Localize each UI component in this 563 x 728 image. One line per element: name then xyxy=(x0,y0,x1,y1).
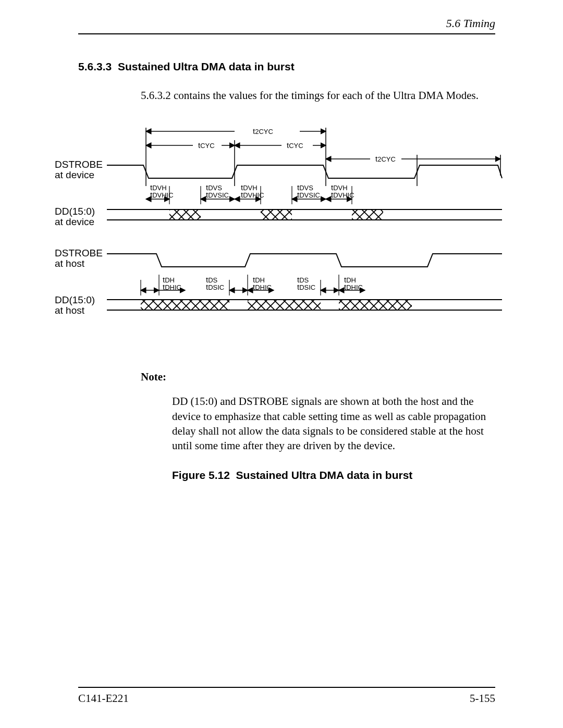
svg-text:tDSIC: tDSIC xyxy=(206,282,224,291)
dstrobe-host-label: DSTROBE at host xyxy=(55,248,105,269)
svg-rect-68 xyxy=(339,300,412,310)
footer-right: 5-155 xyxy=(470,692,495,705)
figure-caption: Figure 5.12 Sustained Ultra DMA data in … xyxy=(172,469,495,482)
section-title: Sustained Ultra DMA data in burst xyxy=(118,60,295,72)
svg-text:tDVH: tDVH xyxy=(150,183,167,192)
timing-diagram: t2CYC tCYC tCYC t2CYC DSTROBE at device xyxy=(55,118,495,344)
svg-rect-67 xyxy=(248,300,321,310)
section-number: 5.6.3.3 xyxy=(78,60,112,72)
svg-rect-40 xyxy=(261,209,292,220)
note-label: Note: xyxy=(141,371,495,384)
note-body: DD (15:0) and DSTROBE signals are shown … xyxy=(172,394,495,453)
svg-text:tDHIC: tDHIC xyxy=(344,282,363,291)
figure-title: Sustained Ultra DMA data in burst xyxy=(236,469,413,481)
svg-text:t2CYC: t2CYC xyxy=(375,154,396,163)
svg-text:tDHIC: tDHIC xyxy=(253,282,272,291)
page-header: 5.6 Timing xyxy=(78,17,495,33)
figure-label: Figure 5.12 xyxy=(172,469,230,481)
dstrobe-device-label: DSTROBE at device xyxy=(55,159,105,180)
footer-left: C141-E221 xyxy=(78,692,129,705)
svg-text:tCYC: tCYC xyxy=(198,141,215,150)
svg-text:tDVS: tDVS xyxy=(297,183,313,192)
page: 5.6 Timing 5.6.3.3 Sustained Ultra DMA d… xyxy=(0,0,563,728)
dd-device-label: DD(15:0) at device xyxy=(55,206,97,227)
intro-text: 5.6.3.2 contains the values for the timi… xyxy=(141,89,495,103)
header-rule xyxy=(78,33,495,34)
svg-rect-66 xyxy=(141,300,229,310)
svg-text:tDVHIC: tDVHIC xyxy=(150,190,174,199)
dd-host-label: DD(15:0) at host xyxy=(55,294,97,316)
page-footer: C141-E221 5-155 xyxy=(78,687,495,705)
svg-text:tDVHIC: tDVHIC xyxy=(331,190,354,199)
section-heading: 5.6.3.3 Sustained Ultra DMA data in burs… xyxy=(78,60,495,73)
svg-text:tDVS: tDVS xyxy=(206,183,222,192)
svg-text:tDVH: tDVH xyxy=(331,183,348,192)
svg-text:tDSIC: tDSIC xyxy=(297,282,315,291)
svg-rect-41 xyxy=(352,209,383,220)
svg-text:tDVSIC: tDVSIC xyxy=(206,190,229,199)
svg-text:tDVH: tDVH xyxy=(241,183,258,192)
svg-text:t2CYC: t2CYC xyxy=(253,127,273,135)
header-section-label: 5.6 Timing xyxy=(446,17,495,30)
svg-rect-39 xyxy=(169,209,201,220)
svg-text:tDVHIC: tDVHIC xyxy=(241,190,264,199)
svg-text:tCYC: tCYC xyxy=(287,141,303,150)
svg-text:tDVSIC: tDVSIC xyxy=(297,190,320,199)
